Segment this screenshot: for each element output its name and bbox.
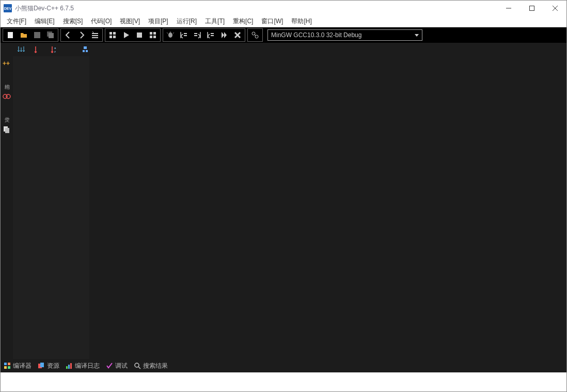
app-icon: DEV: [4, 4, 12, 12]
svg-line-34: [255, 35, 256, 36]
tab-resources[interactable]: 资源: [38, 362, 59, 370]
svg-rect-48: [8, 366, 10, 369]
svg-rect-28: [211, 33, 214, 34]
menu-project[interactable]: 项目[P]: [144, 15, 172, 27]
svg-point-54: [135, 363, 139, 367]
side-panel: [13, 56, 89, 359]
menu-view[interactable]: 视图[V]: [116, 15, 144, 27]
toggle-button[interactable]: [88, 29, 102, 41]
minimize-button[interactable]: [497, 1, 520, 16]
svg-rect-15: [137, 32, 142, 38]
stop-button[interactable]: [133, 29, 146, 41]
save-all-button[interactable]: [44, 29, 57, 41]
grid-icon: [4, 362, 11, 369]
svg-rect-4: [8, 32, 13, 38]
check-icon: [106, 362, 113, 369]
menu-window[interactable]: 窗口[W]: [257, 15, 287, 27]
bottom-tabs: 编译器 资源 编译日志 调试 搜索结果: [1, 359, 566, 372]
sort-structure-icon[interactable]: [15, 44, 27, 55]
svg-rect-26: [194, 33, 197, 34]
stop-debug-button[interactable]: [231, 29, 244, 41]
sort-alpha-icon[interactable]: [32, 44, 44, 55]
menu-refactor[interactable]: 重构[C]: [229, 15, 257, 27]
watch-tab[interactable]: 文件: [2, 108, 12, 118]
svg-rect-50: [40, 363, 44, 367]
toolbar: MinGW GCC10.3.0 32-bit Debug: [1, 27, 566, 43]
step-out-button[interactable]: [204, 29, 217, 41]
svg-rect-16: [150, 32, 152, 35]
sort-az-icon[interactable]: az: [48, 44, 60, 55]
tab-compiler-label: 编译器: [13, 362, 32, 370]
svg-text:z: z: [54, 50, 56, 53]
open-file-button[interactable]: [17, 29, 30, 41]
svg-rect-46: [8, 363, 10, 365]
svg-text:a: a: [54, 46, 56, 50]
continue-button[interactable]: [217, 29, 231, 41]
step-into-button[interactable]: [191, 29, 204, 41]
svg-line-55: [138, 367, 140, 369]
bars-icon: [66, 362, 73, 369]
files-tab-icon[interactable]: [2, 124, 12, 135]
close-button[interactable]: [543, 1, 566, 16]
tab-compiler[interactable]: 编译器: [4, 362, 32, 370]
svg-rect-38: [83, 50, 85, 52]
svg-rect-7: [49, 33, 54, 38]
svg-rect-39: [86, 50, 88, 52]
titlebar: DEV 小熊猫Dev-C++ 6.7.5: [1, 1, 566, 16]
status-area: [1, 372, 566, 391]
left-tab-strip: ++ 结构 文件: [1, 56, 13, 359]
svg-rect-19: [153, 36, 156, 38]
svg-text:++: ++: [3, 60, 10, 67]
save-button[interactable]: [30, 29, 44, 41]
editor-area[interactable]: [89, 56, 566, 359]
menu-help[interactable]: 帮助[H]: [287, 15, 316, 27]
tab-compile-log-label: 编译日志: [75, 362, 100, 370]
new-file-button[interactable]: [4, 29, 17, 41]
compile-button[interactable]: [106, 29, 119, 41]
structure-tab[interactable]: 结构: [2, 75, 12, 85]
step-over-button[interactable]: [177, 29, 191, 41]
run-button[interactable]: [119, 29, 133, 41]
svg-rect-9: [92, 35, 98, 36]
svg-point-20: [168, 32, 172, 38]
svg-rect-12: [113, 32, 116, 35]
maximize-button[interactable]: [520, 1, 543, 16]
svg-rect-14: [113, 36, 116, 38]
compiler-selected-label: MinGW GCC10.3.0 32-bit Debug: [271, 31, 361, 39]
menu-code[interactable]: 代码[O]: [87, 15, 116, 27]
svg-rect-13: [109, 36, 112, 38]
breakpoint-button[interactable]: [248, 29, 262, 41]
tab-debug-label: 调试: [115, 362, 128, 370]
svg-rect-47: [4, 366, 7, 369]
forward-button[interactable]: [75, 29, 88, 41]
secondary-toolbar: az: [1, 43, 566, 56]
window-title: 小熊猫Dev-C++ 6.7.5: [15, 4, 497, 13]
class-tab-icon[interactable]: ++: [2, 58, 12, 69]
search-icon: [134, 362, 141, 369]
tab-compile-log[interactable]: 编译日志: [66, 362, 100, 370]
svg-rect-11: [109, 32, 112, 35]
filter-icon[interactable]: [79, 44, 91, 55]
svg-rect-24: [184, 33, 187, 34]
compiler-select[interactable]: MinGW GCC10.3.0 32-bit Debug: [267, 29, 422, 41]
menu-edit[interactable]: 编辑[E]: [30, 15, 59, 27]
menu-tools[interactable]: 工具[T]: [201, 15, 229, 27]
svg-rect-53: [70, 363, 72, 369]
menu-search[interactable]: 搜索[S]: [59, 15, 87, 27]
svg-rect-44: [5, 128, 9, 133]
menubar: 文件[F] 编辑[E] 搜索[S] 代码[O] 视图[V] 项目[P] 运行[R…: [1, 16, 566, 27]
svg-rect-29: [211, 35, 214, 36]
compile-run-button[interactable]: [146, 29, 160, 41]
back-button[interactable]: [61, 29, 75, 41]
svg-rect-52: [68, 365, 70, 369]
debug-button[interactable]: [164, 29, 177, 41]
tab-debug[interactable]: 调试: [106, 362, 128, 370]
svg-rect-37: [84, 46, 87, 49]
menu-run[interactable]: 运行[R]: [172, 15, 201, 27]
watch-tab-icon[interactable]: [2, 91, 12, 102]
menu-file[interactable]: 文件[F]: [3, 15, 30, 27]
resources-icon: [38, 362, 45, 369]
svg-point-42: [6, 94, 10, 99]
tab-search-results-label: 搜索结果: [143, 362, 168, 370]
tab-search-results[interactable]: 搜索结果: [134, 362, 168, 370]
